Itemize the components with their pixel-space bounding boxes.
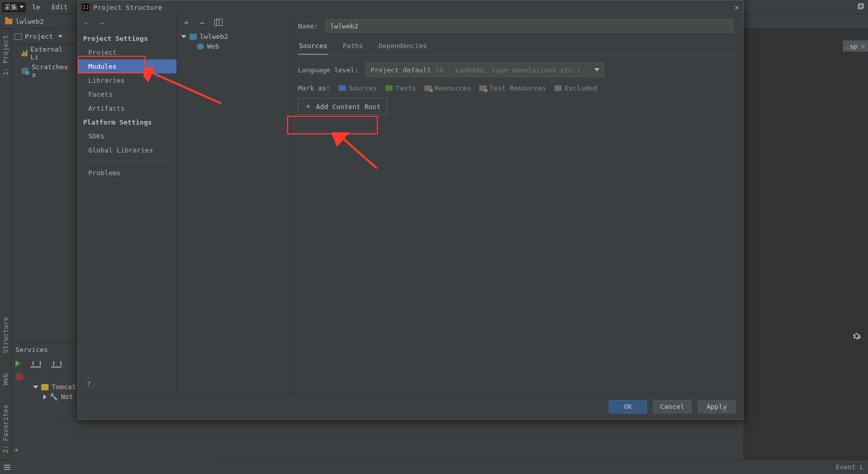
left-tool-web[interactable]: Web xyxy=(2,371,9,387)
nav-forward-icon[interactable]: → xyxy=(100,18,105,28)
left-tool-structure[interactable]: Structure xyxy=(2,315,9,355)
gear-icon[interactable] xyxy=(853,332,861,342)
help-button[interactable]: ? xyxy=(83,378,94,389)
expand-down-icon[interactable] xyxy=(181,35,186,38)
svg-rect-2 xyxy=(858,5,862,9)
editor-tab-close-icon[interactable]: × xyxy=(861,42,865,50)
left-tool-strip: 1: Project Structure Web 2: Favorites xyxy=(0,29,11,460)
add-content-root-label: Add Content Root xyxy=(316,103,381,111)
mark-tests-label: Tests xyxy=(396,84,416,92)
services-toolbar-btn-2[interactable] xyxy=(51,359,61,368)
left-tool-favorites[interactable]: 2: Favorites xyxy=(2,403,9,455)
capture-tag-text: 采集 xyxy=(4,3,18,12)
module-tabs: Sources Paths Dependencies xyxy=(298,40,736,55)
module-root-label: lwlweb2 xyxy=(200,33,228,40)
editor-tab-label: .sp xyxy=(846,42,858,50)
add-content-root-button[interactable]: ＋ Add Content Root xyxy=(298,98,387,115)
mark-test-resources-label: Test Resources xyxy=(490,84,546,92)
tab-dependencies[interactable]: Dependencies xyxy=(377,40,428,55)
nav-back-icon[interactable]: ← xyxy=(84,18,89,28)
run-icon[interactable] xyxy=(15,360,20,366)
menu-file-partial[interactable]: le xyxy=(27,2,45,12)
scratches-icon xyxy=(22,68,28,74)
menu-edit[interactable]: Edit xyxy=(46,2,73,12)
event-log-button[interactable]: Event L xyxy=(835,463,864,471)
mark-tests[interactable]: Tests xyxy=(385,84,416,92)
category-sdks[interactable]: SDKs xyxy=(78,129,177,143)
folder-icon xyxy=(5,19,12,24)
module-name-input[interactable] xyxy=(325,19,733,33)
cancel-button[interactable]: Cancel xyxy=(653,400,691,414)
mark-resources[interactable]: Resources xyxy=(424,84,471,92)
services-toolbar-btn-1[interactable] xyxy=(30,359,41,368)
external-libraries-label: External Li xyxy=(30,45,74,61)
services-tomcat-label: Tomcat xyxy=(52,383,76,391)
module-web-node[interactable]: Web xyxy=(177,41,290,51)
language-level-select[interactable]: Project default (8 - Lambdas, type annot… xyxy=(366,63,604,77)
category-separator xyxy=(84,161,170,162)
category-libraries[interactable]: Libraries xyxy=(78,73,177,87)
module-root-node[interactable]: lwlweb2 xyxy=(177,32,290,41)
project-settings-header: Project Settings xyxy=(78,32,177,45)
category-artifacts[interactable]: Artifacts xyxy=(78,101,177,115)
capture-tag: 采集 xyxy=(2,2,26,12)
mark-as-row: Mark as: Sources Tests Resources Test Re… xyxy=(298,84,736,92)
dialog-titlebar[interactable]: IJ Project Structure ✕ xyxy=(78,1,743,14)
svg-rect-3 xyxy=(859,4,863,8)
mark-excluded-label: Excluded xyxy=(565,84,597,92)
star-icon[interactable]: ★ xyxy=(14,446,19,453)
modules-list: ＋ − lwlweb2 Web xyxy=(177,14,291,393)
plus-icon: ＋ xyxy=(305,102,312,111)
main-window-maximize-icon[interactable] xyxy=(858,3,864,11)
copy-module-icon[interactable] xyxy=(214,20,219,26)
mark-sources[interactable]: Sources xyxy=(339,84,377,92)
module-web-label: Web xyxy=(207,42,219,50)
modules-toolbar: ＋ − xyxy=(177,14,290,32)
breadcrumb-project[interactable]: lwlweb2 xyxy=(15,18,44,25)
module-icon xyxy=(190,34,197,40)
project-view-icon xyxy=(14,34,22,40)
tomcat-icon xyxy=(41,384,49,390)
excluded-folder-icon xyxy=(555,85,562,91)
editor-area: .sp × xyxy=(744,29,868,460)
web-facet-icon xyxy=(197,43,204,50)
tests-folder-icon xyxy=(385,85,392,91)
editor-tab[interactable]: .sp × xyxy=(843,40,868,52)
category-global-libraries[interactable]: Global Libraries xyxy=(78,143,177,157)
project-pane-header[interactable]: Project xyxy=(11,29,77,44)
dialog-title: Project Structure xyxy=(93,4,162,11)
ok-button[interactable]: OK xyxy=(609,400,647,414)
left-tool-project[interactable]: 1: Project xyxy=(2,33,9,78)
resources-folder-icon xyxy=(424,85,432,91)
statusbar-list-icon[interactable] xyxy=(4,465,10,470)
chevron-down-icon[interactable] xyxy=(58,35,62,38)
external-libraries-node[interactable]: External Li xyxy=(11,44,77,62)
expand-right-icon[interactable] xyxy=(43,394,46,400)
capture-tag-arrow-icon xyxy=(20,6,24,8)
remove-module-icon[interactable]: − xyxy=(200,18,205,28)
mark-as-label: Mark as: xyxy=(298,84,330,92)
tab-paths[interactable]: Paths xyxy=(342,40,364,55)
category-facets[interactable]: Facets xyxy=(78,87,177,101)
category-problems[interactable]: Problems xyxy=(78,166,177,180)
module-detail-panel: Name: Sources Paths Dependencies Languag… xyxy=(291,14,743,393)
category-project[interactable]: Project xyxy=(78,45,177,59)
settings-categories: ← → Project Settings Project Modules Lib… xyxy=(78,14,177,393)
category-modules[interactable]: Modules xyxy=(78,59,177,73)
apply-button[interactable]: Apply xyxy=(698,400,736,414)
mark-sources-label: Sources xyxy=(349,84,377,92)
mark-excluded[interactable]: Excluded xyxy=(555,84,597,92)
add-module-icon[interactable]: ＋ xyxy=(182,18,191,28)
services-not-label: Not xyxy=(61,393,73,401)
bug-icon[interactable]: 🐞 xyxy=(14,372,24,381)
sources-folder-icon xyxy=(339,85,346,91)
tab-sources[interactable]: Sources xyxy=(298,40,328,55)
mark-test-resources[interactable]: Test Resources xyxy=(479,84,546,92)
scratches-node[interactable]: Scratches a xyxy=(11,62,77,80)
expand-down-icon[interactable] xyxy=(33,386,38,389)
scratches-label: Scratches a xyxy=(31,63,74,79)
dialog-close-icon[interactable]: ✕ xyxy=(735,3,739,11)
project-structure-dialog: IJ Project Structure ✕ ← → Project Setti… xyxy=(77,0,744,420)
mark-resources-label: Resources xyxy=(435,84,471,92)
project-pane-title: Project xyxy=(25,33,53,40)
